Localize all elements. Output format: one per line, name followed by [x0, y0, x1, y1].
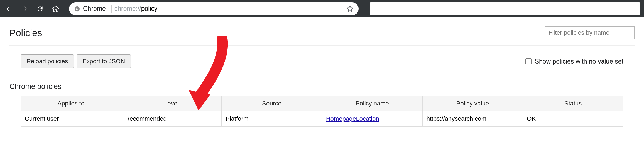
home-button[interactable]: [51, 4, 61, 14]
td-policy-name: HomepageLocation: [322, 111, 422, 127]
reload-button[interactable]: [35, 4, 45, 14]
policy-table: Applies to Level Source Policy name Poli…: [21, 96, 623, 127]
omnibox-url: chrome://policy: [114, 5, 158, 12]
svg-point-2: [76, 8, 78, 10]
show-no-value-label: Show policies with no value set: [535, 58, 623, 65]
back-button[interactable]: [4, 4, 14, 14]
url-faded-part: chrome://: [114, 5, 141, 12]
th-applies-to: Applies to: [21, 96, 121, 111]
policy-name-link[interactable]: HomepageLocation: [326, 115, 379, 122]
omnibox-separator: [111, 5, 112, 13]
th-status: Status: [523, 96, 623, 111]
policy-table-wrap: Applies to Level Source Policy name Poli…: [9, 96, 635, 127]
td-source: Platform: [222, 111, 322, 127]
filter-policies-input[interactable]: [545, 26, 635, 39]
page-header: Policies: [9, 23, 635, 46]
td-status: OK: [523, 111, 623, 127]
actions-row: Reload policies Export to JSON Show poli…: [9, 46, 635, 68]
th-policy-name: Policy name: [322, 96, 422, 111]
toolbar-right-whitespace: [370, 2, 640, 15]
omnibox[interactable]: Chrome chrome://policy: [69, 2, 359, 15]
chrome-logo-icon: [74, 6, 80, 12]
bookmark-star-icon[interactable]: [346, 5, 354, 12]
page-content: Policies Reload policies Export to JSON …: [0, 17, 644, 127]
reload-policies-button[interactable]: Reload policies: [21, 54, 74, 68]
url-main-part: policy: [141, 5, 158, 12]
browser-toolbar: Chrome chrome://policy: [0, 0, 644, 17]
td-applies-to: Current user: [21, 111, 121, 127]
table-header-row: Applies to Level Source Policy name Poli…: [21, 96, 623, 111]
table-row: Current user Recommended Platform Homepa…: [21, 111, 623, 127]
omnibox-scheme-label: Chrome: [83, 5, 106, 12]
td-policy-value: https://anysearch.com: [422, 111, 523, 127]
forward-button[interactable]: [19, 4, 30, 14]
show-no-value-checkbox-row[interactable]: Show policies with no value set: [525, 58, 623, 65]
show-no-value-checkbox[interactable]: [525, 58, 532, 64]
th-policy-value: Policy value: [422, 96, 523, 111]
export-json-button[interactable]: Export to JSON: [77, 54, 131, 68]
nav-buttons: [4, 4, 61, 14]
th-source: Source: [222, 96, 322, 111]
th-level: Level: [121, 96, 222, 111]
td-level: Recommended: [121, 111, 222, 127]
section-title: Chrome policies: [9, 68, 635, 96]
page-title: Policies: [9, 27, 42, 38]
action-buttons: Reload policies Export to JSON: [21, 54, 131, 68]
